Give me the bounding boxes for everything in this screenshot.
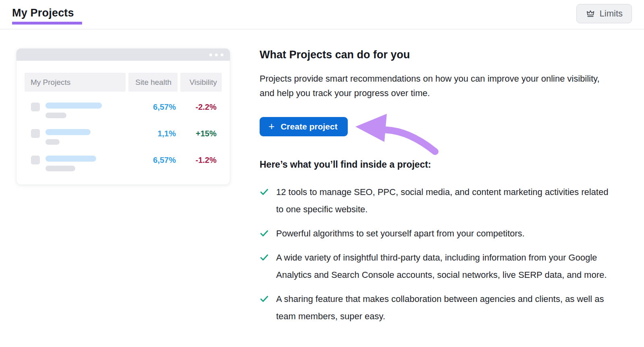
project-subtitle-bar: [45, 166, 75, 171]
window-dot-icon: [221, 53, 223, 56]
checkmark-icon: [260, 187, 269, 218]
preview-column-my-projects: My Projects: [25, 73, 126, 92]
window-dot-icon: [215, 53, 218, 56]
checklist-item-text: A wide variety of insightful third-party…: [276, 249, 614, 283]
preview-card-body: My Projects Site health Visibility 6,57%…: [17, 61, 230, 171]
checkmark-icon: [260, 253, 269, 283]
checklist-item-text: 12 tools to manage SEO, PPC, social medi…: [276, 183, 614, 218]
checklist-item-text: Powerful algorithms to set yourself apar…: [276, 225, 524, 242]
page-title: My Projects: [12, 7, 82, 19]
checklist-item: 12 tools to manage SEO, PPC, social medi…: [260, 183, 622, 218]
page-title-wrap: My Projects: [12, 7, 82, 25]
project-thumbnail-placeholder: [31, 103, 40, 111]
title-accent-underline: [12, 22, 82, 25]
site-health-value: 6,57%: [128, 103, 176, 111]
checklist-item: A wide variety of insightful third-party…: [260, 249, 622, 283]
pointer-arrow-illustration: [355, 113, 447, 159]
preview-column-visibility: Visibility: [180, 73, 222, 92]
visibility-value: -1.2%: [176, 156, 222, 164]
preview-table-header: My Projects Site health Visibility: [25, 73, 222, 92]
checkmark-icon: [260, 229, 269, 242]
limits-button-label: Limits: [600, 8, 623, 19]
create-project-button[interactable]: + Create project: [260, 117, 348, 136]
project-text-placeholder: [45, 103, 102, 118]
browser-chrome-bar: [17, 49, 230, 61]
create-project-label: Create project: [281, 122, 337, 131]
project-thumbnail-placeholder: [31, 129, 40, 138]
visibility-value: +15%: [176, 129, 222, 138]
intro-description: Projects provide smart recommendations o…: [260, 72, 600, 101]
projects-preview-card: My Projects Site health Visibility 6,57%…: [16, 48, 230, 185]
project-title-bar: [45, 156, 96, 162]
preview-table-row: 1,1% +15%: [31, 129, 222, 145]
visibility-value: -2.2%: [176, 103, 222, 111]
site-health-value: 1,1%: [128, 129, 176, 138]
crown-icon: [586, 9, 595, 18]
preview-column-site-health: Site health: [128, 73, 178, 92]
preview-table-row: 6,57% -1.2%: [31, 156, 222, 171]
checkmark-icon: [260, 294, 269, 325]
checklist-heading: Here’s what you’ll find inside a project…: [260, 159, 622, 170]
project-title-bar: [45, 103, 102, 109]
preview-table-rows: 6,57% -2.2% 1,1% +15% 6,57% -1.2%: [25, 103, 222, 171]
page-header: My Projects Limits: [0, 0, 644, 29]
project-subtitle-bar: [45, 113, 66, 118]
checklist-item: Powerful algorithms to set yourself apar…: [260, 225, 622, 242]
project-title-bar: [45, 129, 91, 135]
project-thumbnail-placeholder: [31, 156, 40, 164]
project-text-placeholder: [45, 129, 91, 145]
checklist-item-text: A sharing feature that makes collaborati…: [276, 290, 614, 325]
plus-icon: +: [268, 121, 275, 131]
project-text-placeholder: [45, 156, 96, 171]
checklist-item: A sharing feature that makes collaborati…: [260, 290, 622, 325]
preview-table-row: 6,57% -2.2%: [31, 103, 222, 118]
project-subtitle-bar: [45, 139, 60, 145]
window-dot-icon: [209, 53, 212, 56]
intro-content: What Projects can do for you Projects pr…: [260, 48, 622, 332]
main-content: My Projects Site health Visibility 6,57%…: [0, 29, 644, 332]
intro-heading: What Projects can do for you: [260, 48, 622, 61]
site-health-value: 6,57%: [128, 156, 176, 164]
limits-button[interactable]: Limits: [576, 4, 632, 23]
feature-checklist: 12 tools to manage SEO, PPC, social medi…: [260, 183, 622, 325]
cta-row: + Create project: [260, 117, 622, 136]
